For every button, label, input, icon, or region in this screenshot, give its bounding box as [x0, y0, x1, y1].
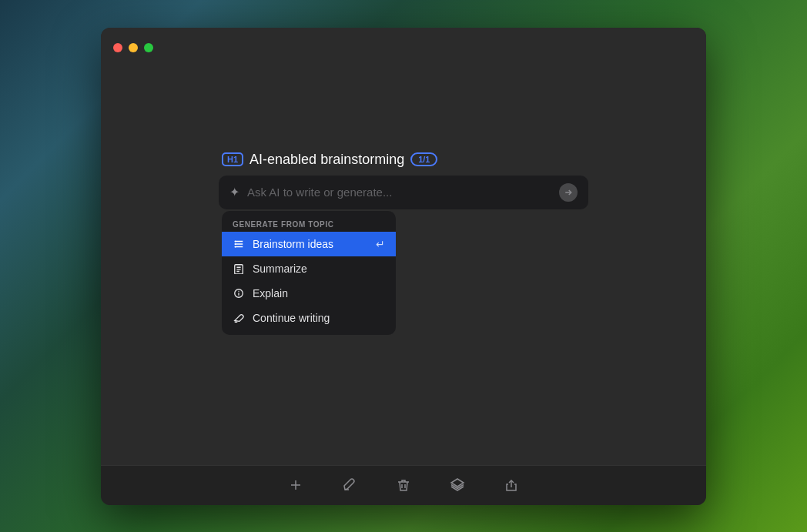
- page-title: AI-enabled brainstorming: [249, 152, 404, 168]
- explain-label: Explain: [253, 287, 385, 299]
- layers-button[interactable]: [447, 474, 468, 496]
- generate-dropdown: GENERATE FROM TOPIC Brainstorm id: [222, 211, 396, 335]
- explain-icon: [233, 288, 245, 299]
- ui-container: H1 AI-enabled brainstorming 1/1 ✦ Ask AI…: [219, 152, 588, 335]
- ai-sparkle-icon: ✦: [229, 185, 239, 199]
- maximize-button[interactable]: [144, 43, 153, 52]
- app-window: H1 AI-enabled brainstorming 1/1 ✦ Ask AI…: [101, 28, 706, 505]
- bottom-toolbar: [101, 465, 706, 505]
- summarize-label: Summarize: [253, 263, 385, 275]
- continue-writing-icon: [233, 313, 245, 323]
- search-placeholder-text: Ask AI to write or generate...: [247, 186, 551, 199]
- ai-search-bar[interactable]: ✦ Ask AI to write or generate...: [219, 176, 588, 209]
- continue-writing-label: Continue writing: [253, 312, 385, 324]
- brainstorm-enter-hint: ↵: [376, 238, 385, 250]
- add-button[interactable]: [285, 474, 306, 496]
- title-bar: [101, 28, 706, 68]
- brainstorm-icon: [233, 239, 245, 249]
- page-counter-badge: 1/1: [410, 152, 437, 166]
- traffic-lights: [113, 43, 153, 52]
- delete-button[interactable]: [393, 474, 414, 496]
- edit-button[interactable]: [339, 474, 360, 496]
- summarize-icon: [233, 263, 245, 274]
- dropdown-item-continue-writing[interactable]: Continue writing: [222, 306, 396, 330]
- content-area: H1 AI-enabled brainstorming 1/1 ✦ Ask AI…: [101, 68, 706, 465]
- dropdown-item-explain[interactable]: Explain: [222, 281, 396, 306]
- search-submit-button[interactable]: [559, 183, 578, 202]
- dropdown-item-summarize[interactable]: Summarize: [222, 256, 396, 281]
- svg-rect-4: [235, 240, 236, 242]
- close-button[interactable]: [113, 43, 122, 52]
- svg-rect-5: [235, 243, 236, 245]
- brainstorm-label: Brainstorm ideas: [253, 238, 368, 250]
- h1-badge: H1: [222, 152, 243, 166]
- svg-point-13: [238, 290, 239, 291]
- minimize-button[interactable]: [129, 43, 138, 52]
- dropdown-item-brainstorm[interactable]: Brainstorm ideas ↵: [222, 232, 396, 256]
- dropdown-section-label: GENERATE FROM TOPIC: [222, 216, 396, 232]
- header-badge-row: H1 AI-enabled brainstorming 1/1: [222, 152, 437, 168]
- share-button[interactable]: [501, 474, 522, 496]
- svg-rect-6: [235, 246, 236, 247]
